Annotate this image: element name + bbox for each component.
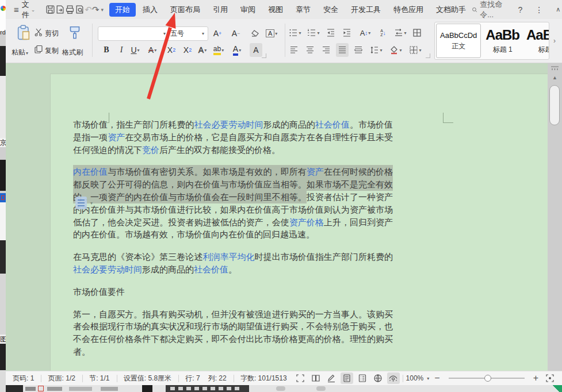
decrease-indent-button[interactable] — [324, 26, 337, 39]
increase-font-button[interactable]: A+ — [212, 26, 223, 40]
font-size-select[interactable]: 五号 — [166, 29, 184, 39]
quick-access-dropdown-icon[interactable]: ▾ — [101, 7, 104, 13]
zoom-slider-knob[interactable] — [484, 375, 491, 382]
undo-button[interactable]: ↶ — [85, 5, 92, 15]
font-color-button[interactable]: A▾ — [231, 43, 243, 57]
export-button[interactable] — [55, 3, 65, 17]
hyperlink[interactable]: 资产 — [108, 132, 125, 142]
paragraph-layout-icon[interactable] — [75, 197, 87, 209]
hyperlink[interactable]: 竞价 — [142, 145, 159, 155]
print-layout-button[interactable] — [341, 372, 353, 384]
fullscreen-button[interactable] — [294, 372, 307, 384]
hyperlink[interactable]: 社会价值 — [194, 264, 228, 274]
style-heading-2[interactable]: AaBbC 标题 2 — [523, 22, 549, 59]
document-text[interactable]: 市场价值，指生产部门所耗费的社会必要劳动时间形成的商品的社会价值。市场价值是指一… — [73, 118, 393, 358]
hyperlink[interactable]: 社会价值 — [315, 120, 350, 129]
italic-button[interactable]: I — [116, 43, 127, 57]
char-effect-button[interactable]: A▾ — [197, 43, 208, 57]
chevron-down-icon[interactable]: ▾ — [427, 376, 429, 381]
zoom-out-button[interactable]: − — [432, 373, 442, 383]
eye-protection-button[interactable] — [387, 372, 400, 384]
tab-references[interactable]: 引用 — [207, 3, 234, 17]
show-marks-button[interactable]: ▾ — [392, 26, 408, 39]
styles-gallery-expand-button[interactable]: › — [550, 22, 559, 60]
copy-button[interactable] — [33, 44, 44, 55]
align-center-button[interactable] — [304, 43, 316, 57]
scroll-up-arrow[interactable]: ▲ — [548, 75, 562, 80]
collapse-ribbon-button[interactable]: ∧ — [553, 6, 562, 13]
zoom-in-button[interactable]: + — [531, 373, 541, 383]
ruler-toggle-icon[interactable] — [550, 65, 559, 71]
highlight-color-button[interactable]: ab▾ — [213, 43, 224, 57]
chevron-down-icon[interactable]: ▾ — [202, 31, 204, 36]
bullet-list-button[interactable]: ▾ — [288, 26, 303, 39]
tab-developer-tools[interactable]: 开发工具 — [345, 3, 387, 17]
read-mode-button[interactable] — [309, 372, 322, 384]
line-spacing-button[interactable]: ▾ — [368, 43, 384, 57]
more-menu-button[interactable]: ⋮ — [534, 5, 544, 14]
superscript-button[interactable]: X2 — [166, 43, 177, 57]
numbered-list-button[interactable]: ▾ — [306, 26, 321, 39]
char-shading-button[interactable]: A — [250, 43, 262, 57]
clear-format-button[interactable] — [248, 26, 262, 40]
file-menu[interactable]: 文件 ⌄ — [22, 0, 36, 19]
style-normal[interactable]: AaBbCcDd 正文 — [436, 24, 481, 58]
outline-view-button[interactable] — [356, 372, 369, 384]
tab-home[interactable]: 开始 — [109, 3, 136, 17]
align-right-button[interactable] — [320, 43, 332, 57]
hyperlink[interactable]: 资产 — [307, 165, 324, 178]
hyperlink[interactable]: 资产价格 — [289, 217, 324, 227]
status-word-count[interactable]: 字数: 101/1513 — [234, 374, 294, 383]
tab-settings-button[interactable] — [411, 26, 423, 39]
tab-document-assistant[interactable]: 文档助手 — [430, 3, 472, 17]
tab-view[interactable]: 视图 — [262, 3, 289, 17]
scrollbar-thumb[interactable] — [549, 85, 560, 125]
style-heading-1[interactable]: AaBb 标题 1 — [482, 22, 523, 59]
sort-button[interactable]: AZ↓ — [376, 26, 390, 39]
fit-page-button[interactable] — [544, 372, 556, 384]
ink-edit-button[interactable] — [325, 372, 338, 384]
format-painter-button[interactable] — [66, 24, 83, 42]
tab-review[interactable]: 审阅 — [235, 3, 261, 17]
copy-label[interactable]: 复制 — [45, 46, 59, 56]
distribute-button[interactable] — [352, 43, 365, 57]
vertical-scrollbar[interactable]: ▲ — [548, 63, 562, 371]
hyperlink[interactable]: 社会必要劳动时间 — [73, 264, 142, 274]
tab-page-layout[interactable]: 页面布局 — [165, 3, 206, 17]
tab-section[interactable]: 章节 — [290, 3, 316, 17]
borders-button[interactable]: ▾ — [407, 43, 423, 57]
paste-label-button[interactable]: 粘贴▾ — [12, 48, 28, 57]
cut-label[interactable]: 剪切 — [45, 29, 59, 39]
print-button[interactable] — [65, 3, 75, 17]
hyperlink[interactable]: 内在价值 — [73, 165, 108, 178]
align-left-button[interactable] — [288, 43, 300, 57]
char-scale-button[interactable]: A↕▾ — [357, 26, 374, 39]
underline-button[interactable]: U▾ — [129, 43, 141, 57]
subscript-button[interactable]: X2 — [182, 43, 193, 57]
search-command-box[interactable]: 查找命令... — [472, 0, 506, 20]
save-button[interactable] — [45, 3, 55, 17]
decrease-font-button[interactable]: A− — [230, 26, 242, 40]
text-effects-button[interactable]: A▾ — [266, 26, 277, 40]
format-painter-label[interactable]: 格式刷 — [62, 48, 83, 57]
paste-button[interactable] — [14, 24, 33, 42]
increase-indent-button[interactable] — [341, 26, 353, 39]
help-button[interactable]: ? — [515, 5, 525, 14]
print-preview-button[interactable] — [75, 3, 85, 17]
justify-button[interactable] — [336, 43, 349, 57]
tab-special-features[interactable]: 特色应用 — [388, 3, 429, 17]
hyperlink[interactable]: 社会必要劳动时间 — [194, 120, 263, 129]
cut-button[interactable] — [33, 27, 44, 37]
paragraph-tool-popup[interactable]: ▾ — [75, 197, 93, 209]
web-layout-button[interactable] — [372, 372, 384, 384]
tab-insert[interactable]: 插入 — [137, 3, 163, 17]
hamburger-menu-icon[interactable]: ≡ — [14, 0, 18, 19]
redo-button[interactable]: ↷ — [92, 5, 100, 15]
hyperlink[interactable]: 利润率平均化 — [202, 252, 254, 262]
bold-button[interactable]: B — [101, 43, 112, 57]
zoom-slider[interactable] — [449, 378, 525, 379]
zoom-level[interactable]: 100% — [406, 374, 424, 382]
shading-button[interactable]: ▾ — [388, 43, 404, 57]
tab-security[interactable]: 安全 — [318, 3, 344, 17]
strikethrough-button[interactable]: A▾ — [147, 43, 158, 57]
